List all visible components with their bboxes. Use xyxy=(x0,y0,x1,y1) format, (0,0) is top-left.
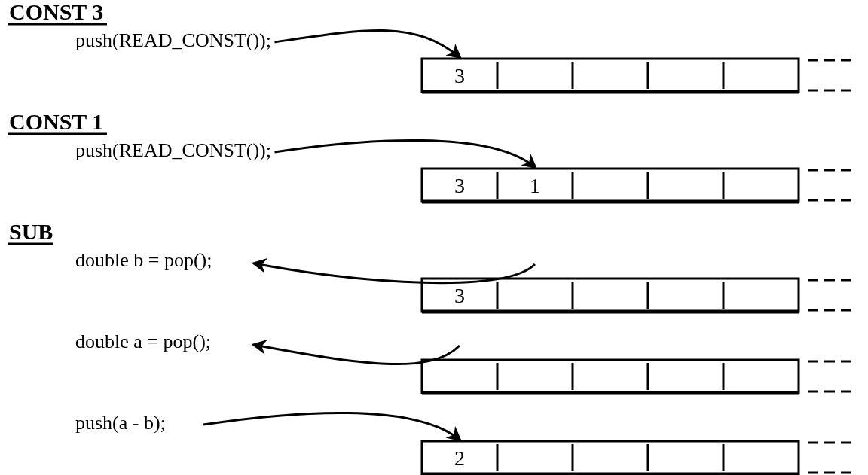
opcode-label: SUB xyxy=(9,219,53,244)
stack-row xyxy=(422,279,799,312)
stack-cell: 3 xyxy=(454,284,465,307)
code-line: double a = pop(); xyxy=(75,330,211,352)
stack-cell: 3 xyxy=(454,174,465,197)
stack-cell: 3 xyxy=(454,64,465,87)
stack-cell: 2 xyxy=(454,446,465,470)
stack-row xyxy=(422,360,799,393)
code-line: push(a - b); xyxy=(75,412,166,434)
code-line: push(READ_CONST()); xyxy=(75,29,271,51)
code-line: push(READ_CONST()); xyxy=(75,139,271,161)
stack-row xyxy=(422,169,799,202)
push-arrow xyxy=(203,413,460,440)
push-arrow xyxy=(275,140,536,167)
opcode-label: CONST 1 xyxy=(9,109,103,134)
push-arrow xyxy=(275,30,460,57)
opcode-label: CONST 3 xyxy=(9,0,103,24)
code-line: double b = pop(); xyxy=(75,249,212,271)
stack-row xyxy=(422,59,799,92)
pop-arrow xyxy=(255,345,460,364)
pop-arrow xyxy=(255,263,536,283)
stack-row xyxy=(422,441,799,474)
vm-stack-diagram: CONST 3push(READ_CONST());3CONST 1push(R… xyxy=(0,0,868,475)
stack-cell: 1 xyxy=(530,174,540,197)
